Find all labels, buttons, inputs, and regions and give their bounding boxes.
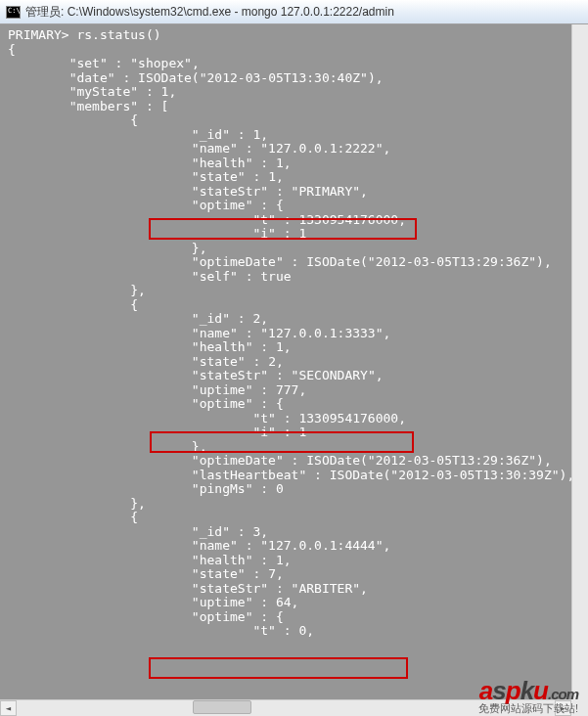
m3-health-key: "health" (192, 553, 253, 567)
terminal-output[interactable]: PRIMARY> rs.status() { "set" : "shopex",… (0, 24, 571, 699)
m2-name-key: "name" (192, 326, 238, 340)
m2-optime-key: "optime" (192, 396, 253, 411)
m3-t-key: "t" (252, 623, 275, 638)
set-val: "shopex" (130, 56, 192, 70)
m1-state-key: "state" (192, 169, 246, 184)
scroll-left-icon[interactable]: ◄ (0, 700, 17, 716)
scrollbar-vertical[interactable] (571, 24, 588, 699)
m3-health-val: 1 (276, 553, 284, 567)
m3-statestr-key: "stateStr" (192, 581, 268, 596)
m1-id-val: 1 (252, 127, 260, 142)
m2-t-key: "t" (252, 411, 275, 425)
m3-open: { (130, 510, 138, 524)
m1-self-key: "self" (192, 269, 238, 284)
m3-state-key: "state" (192, 566, 246, 581)
m1-close: } (130, 283, 138, 297)
wm-p: p (506, 676, 520, 705)
date-key: "date" (69, 70, 115, 85)
brace-open: { (8, 42, 16, 57)
m2-i-key: "i" (252, 425, 275, 439)
wm-k: k (520, 676, 533, 705)
m2-optimedate-val: ISODate("2012-03-05T13:29:36Z") (306, 453, 544, 468)
wm-a: a (479, 676, 492, 705)
m2-close: } (130, 496, 138, 511)
m1-optime-key: "optime" (192, 198, 253, 212)
m2-open: { (130, 297, 138, 312)
mystate-val: 1 (161, 84, 169, 99)
m1-health-key: "health" (192, 156, 253, 170)
m1-i-val: 1 (298, 226, 306, 241)
m2-optimedate-key: "optimeDate" (192, 453, 284, 468)
m2-pingms-key: "pingMs" (192, 481, 253, 496)
m3-optime-key: "optime" (192, 609, 253, 624)
m1-optimedate-val: ISODate("2012-03-05T13:29:36Z") (306, 254, 544, 269)
cmd-icon (6, 6, 21, 19)
m2-t-val: 1330954176000 (298, 411, 398, 425)
m2-state-val: 2 (268, 354, 276, 369)
m1-optime-open: { (276, 198, 284, 212)
date-val: ISODate("2012-03-05T13:30:40Z") (138, 70, 376, 85)
m1-t-key: "t" (252, 212, 275, 227)
m2-id-key: "_id" (192, 311, 230, 326)
set-key: "set" (69, 56, 108, 70)
m2-uptime-val: 777 (276, 382, 298, 397)
m1-optime-close: } (192, 241, 200, 255)
m1-t-val: 1330954176000 (298, 212, 398, 227)
m3-optime-open: { (276, 609, 284, 624)
m2-statestr-key: "stateStr" (192, 368, 268, 382)
watermark: aspku.com 免费网站源码下载站! (478, 678, 578, 714)
titlebar[interactable]: 管理员: C:\Windows\system32\cmd.exe - mongo… (0, 0, 588, 24)
m1-self-val: true (260, 269, 291, 284)
mystate-key: "myState" (69, 84, 138, 99)
m2-state-key: "state" (192, 354, 246, 369)
m1-state-val: 1 (268, 169, 276, 184)
cmd-window: 管理员: C:\Windows\system32\cmd.exe - mongo… (0, 0, 588, 716)
m1-open: { (130, 112, 138, 127)
wm-s: s (492, 676, 505, 705)
m2-optime-close: } (192, 439, 200, 454)
m1-statestr-val: "PRIMARY" (292, 184, 360, 199)
m3-uptime-key: "uptime" (192, 595, 253, 609)
m3-name-val: "127.0.0.1:4444" (260, 538, 383, 553)
m1-statestr-key: "stateStr" (192, 184, 268, 199)
m2-name-val: "127.0.0.1:3333" (260, 326, 383, 340)
m2-id-val: 2 (252, 311, 260, 326)
members-key: "members" (69, 99, 138, 113)
m2-health-val: 1 (276, 339, 284, 354)
wm-dot: .com (548, 686, 578, 702)
m3-uptime-val: 64 (276, 595, 292, 609)
m3-t-val: 0 (298, 623, 306, 638)
prompt-line: PRIMARY> rs.status() (8, 27, 161, 42)
m3-state-val: 7 (268, 566, 276, 581)
m2-health-key: "health" (192, 339, 253, 354)
titlebar-text: 管理员: C:\Windows\system32\cmd.exe - mongo… (25, 4, 394, 21)
m2-lasthb-val: ISODate("2012-03-05T13:30:39Z") (330, 468, 567, 482)
m1-name-val: "127.0.0.1:2222" (260, 141, 383, 156)
wm-sub: 免费网站源码下载站! (478, 703, 578, 714)
scroll-track[interactable] (17, 700, 555, 716)
m1-id-key: "_id" (192, 127, 230, 142)
m1-optimedate-key: "optimeDate" (192, 254, 284, 269)
m2-uptime-key: "uptime" (192, 382, 253, 397)
wm-u: u (533, 676, 548, 705)
m3-id-key: "_id" (192, 524, 230, 539)
m3-statestr-val: "ARBITER" (292, 581, 360, 596)
m1-i-key: "i" (252, 226, 275, 241)
m2-statestr-val: "SECONDARY" (292, 368, 376, 382)
members-open: [ (161, 99, 169, 113)
m2-optime-open: { (276, 396, 284, 411)
m2-pingms-val: 0 (276, 481, 284, 496)
m1-health-val: 1 (276, 156, 284, 170)
m3-name-key: "name" (192, 538, 238, 553)
scroll-thumb[interactable] (193, 700, 251, 714)
m2-i-val: 1 (298, 425, 306, 439)
m3-id-val: 3 (252, 524, 260, 539)
m2-lasthb-key: "lastHeartbeat" (192, 468, 306, 482)
m1-name-key: "name" (192, 141, 238, 156)
